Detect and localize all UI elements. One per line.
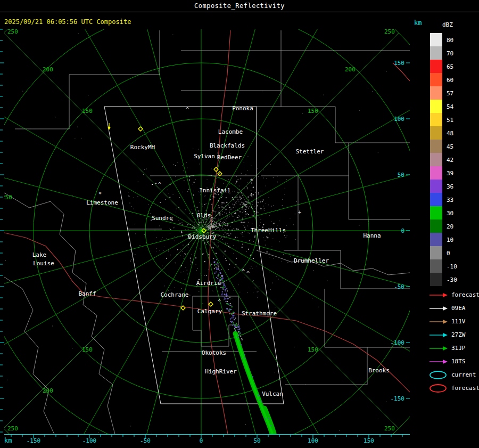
city-label: Innisfail bbox=[199, 187, 231, 194]
horizontal-axis-unit-label: km bbox=[4, 437, 12, 444]
city-label: Sylvan bbox=[194, 153, 215, 160]
dbz-swatch bbox=[430, 140, 442, 153]
dbz-swatch bbox=[430, 33, 442, 46]
legend-ellipse-row: current bbox=[428, 368, 479, 381]
dbz-value-label: 57 bbox=[447, 89, 453, 96]
city-label: Airdrie bbox=[196, 280, 221, 287]
y-axis-label: 0 bbox=[401, 227, 404, 234]
map-symbols: ^^^^^**+ bbox=[98, 107, 301, 305]
dbz-color-scale: 807065605754514845423936333020100-10-30 bbox=[430, 33, 479, 286]
legend-label: 18TS bbox=[451, 358, 466, 365]
legend-label: 27ZW bbox=[451, 331, 466, 338]
dbz-value-label: 70 bbox=[447, 50, 453, 56]
range-label: 250 bbox=[2, 194, 12, 201]
dbz-scale-row: 57 bbox=[430, 86, 479, 100]
y-axis-label: -150 bbox=[391, 395, 405, 402]
city-label: RockyMH bbox=[130, 144, 155, 151]
map-dot-symbol bbox=[155, 183, 156, 184]
dbz-swatch bbox=[430, 219, 442, 233]
dbz-swatch bbox=[430, 153, 442, 166]
dbz-scale-row: 0 bbox=[430, 246, 479, 259]
range-label: 150 bbox=[308, 346, 318, 353]
dbz-value-label: 0 bbox=[447, 249, 450, 256]
map-asterisk-symbol: * bbox=[98, 191, 102, 197]
x-axis-label: 100 bbox=[308, 437, 318, 444]
dbz-scale-row: 42 bbox=[430, 153, 479, 166]
city-label: Strathmore bbox=[242, 310, 277, 317]
legend-arrow-row: 111V bbox=[428, 315, 479, 328]
arrow-icon bbox=[428, 330, 449, 340]
legend-label: 09EA bbox=[451, 305, 466, 312]
y-axis-label: 150 bbox=[394, 60, 404, 67]
dbz-scale-row: -30 bbox=[430, 273, 479, 286]
arrow-icon bbox=[428, 357, 449, 366]
radar-viewer-window: Composite_Reflectivity 2025/09/21 06:05:… bbox=[0, 0, 479, 448]
dbz-value-label: 80 bbox=[447, 36, 453, 43]
city-label: Cochrane bbox=[161, 291, 189, 298]
city-label: Didsbury bbox=[188, 233, 217, 240]
y-axis-label: 50 bbox=[398, 172, 404, 178]
legend-label: current bbox=[451, 371, 476, 378]
legend-label: forecast bbox=[451, 291, 479, 298]
dbz-scale-row: 70 bbox=[430, 46, 479, 60]
x-axis-label: 50 bbox=[253, 437, 260, 444]
polar-grid bbox=[0, 0, 479, 448]
dbz-scale-row: 30 bbox=[430, 206, 479, 219]
ellipse-icon bbox=[428, 384, 449, 393]
dbz-swatch bbox=[430, 126, 442, 140]
dbz-scale-row: 65 bbox=[430, 60, 479, 73]
city-label: Sundre bbox=[152, 215, 173, 222]
dbz-value-label: 36 bbox=[447, 183, 453, 190]
map-caret-symbol: ^ bbox=[246, 271, 250, 276]
map-dot-symbol bbox=[152, 184, 153, 185]
map-plus-symbol: + bbox=[298, 209, 301, 215]
city-label: Drumheller bbox=[294, 257, 329, 264]
legend-ellipse-row: forecast bbox=[428, 381, 479, 395]
legend-arrow-row: 09EA bbox=[428, 302, 479, 315]
arrow-icon bbox=[428, 304, 449, 313]
dbz-value-label: 20 bbox=[447, 223, 453, 230]
y-axis-label: 100 bbox=[394, 116, 404, 123]
arrow-icon bbox=[428, 317, 449, 327]
city-label: Calgary bbox=[197, 308, 222, 315]
range-label: 150 bbox=[308, 108, 318, 115]
map-caret-symbol: ^ bbox=[242, 268, 245, 274]
city-label: Blackfalds bbox=[210, 142, 245, 149]
city-label: HighRiver bbox=[205, 368, 237, 375]
dbz-scale-row: 39 bbox=[430, 166, 479, 180]
down-arrow-icon bbox=[108, 127, 111, 130]
dbz-swatch bbox=[430, 246, 442, 259]
city-label: Lake bbox=[32, 251, 47, 258]
dbz-value-label: -30 bbox=[447, 276, 457, 283]
range-label: 200 bbox=[43, 387, 53, 394]
city-label: Brooks bbox=[368, 367, 390, 374]
range-label: 250 bbox=[7, 28, 18, 35]
dbz-scale-row: 33 bbox=[430, 193, 479, 206]
dbz-swatch bbox=[430, 193, 442, 206]
dbz-value-label: 51 bbox=[447, 116, 453, 123]
dbz-swatch bbox=[430, 113, 442, 126]
dbz-value-label: 54 bbox=[447, 103, 453, 110]
ellipse-icon bbox=[428, 370, 449, 380]
legend-arrow-row: forecast bbox=[428, 288, 479, 302]
city-label: Banff bbox=[78, 290, 96, 297]
range-label: 150 bbox=[82, 108, 93, 115]
y-axis-label: -100 bbox=[391, 339, 405, 346]
range-label: 250 bbox=[384, 425, 395, 432]
city-label: Louise bbox=[33, 260, 54, 267]
x-axis-label: 0 bbox=[200, 437, 203, 444]
city-label: ThreeHills bbox=[251, 227, 286, 234]
x-axis-label: 150 bbox=[364, 437, 374, 444]
dbz-scale-row: 48 bbox=[430, 126, 479, 140]
x-axis-label: -150 bbox=[27, 437, 41, 444]
dbz-value-label: 45 bbox=[447, 143, 453, 150]
dbz-value-label: 33 bbox=[447, 196, 453, 203]
dbz-scale-row: 36 bbox=[430, 180, 479, 193]
dbz-value-label: 60 bbox=[447, 76, 453, 83]
city-label: Olds bbox=[197, 212, 211, 219]
legend-label: forecast bbox=[451, 385, 479, 392]
map-caret-symbol: ^ bbox=[218, 299, 221, 305]
dbz-swatch bbox=[430, 206, 442, 219]
dbz-swatch bbox=[430, 60, 442, 73]
dbz-swatch bbox=[430, 166, 442, 180]
